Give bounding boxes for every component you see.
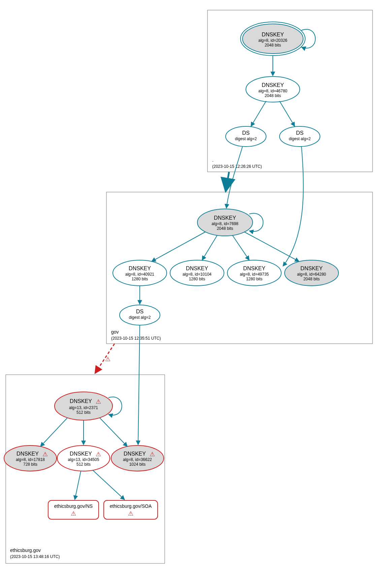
svg-text:DNSKEY: DNSKEY <box>243 266 265 271</box>
svg-text:1024 bits: 1024 bits <box>129 462 146 467</box>
node-dnskey-64280: DNSKEY alg=8, id=64280 2048 bits <box>285 260 338 286</box>
node-dnskey-40921: DNSKEY alg=8, id=40921 1280 bits <box>113 260 167 286</box>
svg-text:ethicsburg.gov/NS: ethicsburg.gov/NS <box>54 503 93 509</box>
svg-text:DNSKEY: DNSKEY <box>70 451 92 457</box>
svg-text:DNSKEY: DNSKEY <box>124 451 146 457</box>
svg-text:alg=8, id=64280: alg=8, id=64280 <box>297 272 326 277</box>
node-dnskey-34505: DNSKEY ⚠ alg=13, id=34505 512 bits <box>57 445 110 471</box>
node-dnskey-36622: DNSKEY ⚠ alg=8, id=36622 1024 bits <box>111 445 164 471</box>
svg-text:alg=8, id=10104: alg=8, id=10104 <box>183 272 212 277</box>
svg-text:DS: DS <box>296 130 303 136</box>
edge-zone-root-to-gov <box>226 172 229 191</box>
warning-icon: ⚠ <box>96 451 101 458</box>
edge-ds2-64280 <box>283 147 303 266</box>
edge-ds3-36622 <box>138 325 140 445</box>
svg-text:DS: DS <box>136 309 143 314</box>
svg-text:1280 bits: 1280 bits <box>189 277 205 281</box>
svg-text:digest alg=2: digest alg=2 <box>129 315 151 320</box>
edge-7698-40921 <box>152 232 205 261</box>
svg-text:DNSKEY: DNSKEY <box>186 266 208 271</box>
node-ds-2: DS digest alg=2 <box>280 126 320 147</box>
svg-text:2048 bits: 2048 bits <box>265 93 281 98</box>
edge-7698-64280 <box>244 232 299 261</box>
zone-timestamp-gov: (2023-10-15 12:35:51 UTC) <box>111 336 161 341</box>
dnssec-graph: . (2023-10-15 12:26:26 UTC) DNSKEY alg=8… <box>0 0 387 588</box>
edge-selfloop-20326 <box>301 29 315 48</box>
node-ds-1: DS digest alg=2 <box>226 126 266 147</box>
warning-icon: ⚠ <box>150 451 155 458</box>
svg-text:alg=8, id=17818: alg=8, id=17818 <box>16 457 45 462</box>
edge-7698-49735 <box>232 235 249 260</box>
node-dnskey-46780: DNSKEY alg=8, id=46780 2048 bits <box>246 76 300 102</box>
svg-text:alg=13, id=2371: alg=13, id=2371 <box>69 405 98 410</box>
svg-text:alg=8, id=36622: alg=8, id=36622 <box>123 457 152 462</box>
warning-icon: ⚠ <box>105 356 110 363</box>
svg-text:2048 bits: 2048 bits <box>303 277 320 281</box>
svg-text:DNSKEY: DNSKEY <box>17 451 39 457</box>
zone-name-gov: gov <box>111 329 119 335</box>
node-dnskey-49735: DNSKEY alg=8, id=49735 1280 bits <box>227 260 281 286</box>
node-dnskey-2371: DNSKEY ⚠ alg=13, id=2371 512 bits <box>55 392 112 420</box>
svg-text:alg=8, id=46780: alg=8, id=46780 <box>258 89 287 93</box>
svg-text:DS: DS <box>242 130 250 136</box>
warning-icon: ⚠ <box>42 451 48 458</box>
warning-icon: ⚠ <box>71 510 76 517</box>
edge-2371-17818 <box>40 418 67 446</box>
svg-text:alg=8, id=7698: alg=8, id=7698 <box>212 221 238 226</box>
svg-text:digest alg=2: digest alg=2 <box>235 136 257 141</box>
svg-text:alg=8, id=40921: alg=8, id=40921 <box>125 272 154 277</box>
svg-text:DNSKEY: DNSKEY <box>262 32 284 37</box>
node-dnskey-17818: DNSKEY ⚠ alg=8, id=17818 728 bits <box>4 445 57 471</box>
edge-zone-gov-to-ethicsburg <box>95 344 115 373</box>
svg-text:DNSKEY: DNSKEY <box>262 82 284 88</box>
node-dnskey-10104: DNSKEY alg=8, id=10104 1280 bits <box>170 260 224 286</box>
svg-text:1280 bits: 1280 bits <box>246 277 263 281</box>
svg-text:digest alg=2: digest alg=2 <box>289 136 311 141</box>
svg-text:1280 bits: 1280 bits <box>132 277 148 281</box>
edge-34505-ns <box>75 471 81 500</box>
svg-text:ethicsburg.gov/SOA: ethicsburg.gov/SOA <box>110 503 152 509</box>
svg-text:512 bits: 512 bits <box>76 462 91 467</box>
svg-text:DNSKEY: DNSKEY <box>129 266 151 271</box>
node-ds-3: DS digest alg=2 <box>120 305 160 325</box>
warning-icon: ⚠ <box>128 510 133 517</box>
svg-text:DNSKEY: DNSKEY <box>300 266 323 271</box>
zone-timestamp-ethicsburg: (2023-10-15 13:48:16 UTC) <box>10 554 60 559</box>
edge-46780-ds2 <box>280 101 295 126</box>
svg-text:alg=8, id=20326: alg=8, id=20326 <box>258 38 287 43</box>
edge-2371-36622 <box>100 418 127 446</box>
svg-text:DNSKEY: DNSKEY <box>214 215 236 221</box>
edge-46780-ds1 <box>251 101 266 126</box>
svg-text:DNSKEY: DNSKEY <box>70 398 92 404</box>
svg-text:728 bits: 728 bits <box>23 462 37 467</box>
edge-34505-soa <box>93 470 125 500</box>
node-ns-record: ethicsburg.gov/NS ⚠ <box>48 500 99 519</box>
zone-name-ethicsburg: ethicsburg.gov <box>10 548 41 553</box>
warning-icon: ⚠ <box>96 398 101 405</box>
svg-text:alg=13, id=34505: alg=13, id=34505 <box>68 457 99 462</box>
svg-text:512 bits: 512 bits <box>76 410 91 415</box>
node-dnskey-20326: DNSKEY alg=8, id=20326 2048 bits <box>240 22 305 56</box>
svg-text:alg=8, id=49735: alg=8, id=49735 <box>240 272 269 277</box>
svg-text:2048 bits: 2048 bits <box>217 226 233 231</box>
svg-text:2048 bits: 2048 bits <box>265 43 281 48</box>
node-soa-record: ethicsburg.gov/SOA ⚠ <box>104 500 158 519</box>
edge-7698-10104 <box>202 235 217 260</box>
zone-name-root: . <box>212 157 214 163</box>
